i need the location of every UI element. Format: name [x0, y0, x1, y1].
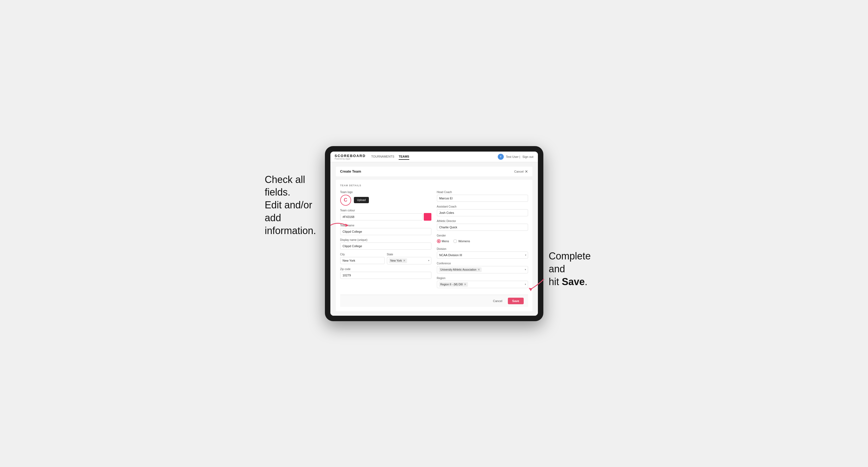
head-coach-input[interactable]	[437, 195, 528, 202]
display-name-group: Display name (unique)	[340, 239, 431, 250]
arrow-right	[525, 276, 547, 294]
color-swatch[interactable]	[424, 213, 431, 221]
gender-mens-option[interactable]: Mens	[437, 239, 449, 243]
region-select[interactable]: Region II - (M) DIII ✕ ▾	[437, 281, 528, 288]
annotation-left-line3: information.	[265, 225, 316, 236]
logo-upload-area: C Upload	[340, 195, 431, 206]
section-title: TEAM DETAILS	[340, 184, 528, 187]
state-subgroup: State New York ✕ ▾	[387, 253, 431, 264]
conference-label: Conference	[437, 262, 528, 265]
city-state-row: City State New York ✕	[340, 253, 431, 264]
cancel-top-label: Cancel	[514, 170, 523, 173]
region-label: Region	[437, 277, 528, 280]
gender-mens-label: Mens	[442, 240, 449, 243]
division-select-wrapper: NCAA Division III ▾	[437, 251, 528, 259]
athletic-director-input[interactable]	[437, 224, 528, 231]
conference-tag-remove[interactable]: ✕	[477, 268, 480, 272]
head-coach-group: Head Coach	[437, 191, 528, 202]
state-tag-label: New York	[391, 259, 402, 262]
tablet-screen: SCOREBOARD Powered by clippd TOURNAMENTS…	[330, 152, 538, 316]
annotation-left-line2: Edit and/or add	[265, 199, 312, 223]
state-tag-remove[interactable]: ✕	[403, 259, 405, 262]
right-column: Head Coach Assistant Coach Athletic Dire…	[437, 191, 528, 291]
logo-letter: C	[344, 197, 347, 203]
city-input[interactable]	[340, 257, 385, 264]
city-state-group: City State New York ✕	[340, 253, 431, 264]
tablet-frame: SCOREBOARD Powered by clippd TOURNAMENTS…	[325, 146, 544, 321]
assistant-coach-input[interactable]	[437, 209, 528, 216]
form-columns: Team logo C Upload Team colo	[340, 191, 528, 291]
team-colour-label: Team colour	[340, 209, 431, 212]
display-name-label: Display name (unique)	[340, 239, 431, 242]
logo-main: SCOREBOARD	[335, 154, 366, 158]
gender-group: Gender Mens Womens	[437, 234, 528, 244]
state-label: State	[387, 253, 431, 256]
nav-link-tournaments[interactable]: TOURNAMENTS	[371, 154, 394, 160]
team-colour-group: Team colour	[340, 209, 431, 221]
display-name-input[interactable]	[340, 243, 431, 250]
zip-label: Zip code	[340, 268, 431, 271]
region-tag-remove[interactable]: ✕	[464, 283, 466, 286]
assistant-coach-label: Assistant Coach	[437, 205, 528, 208]
region-tag: Region II - (M) DIII ✕	[439, 282, 468, 287]
annotation-left: Check all fields. Edit and/or add inform…	[265, 174, 325, 237]
logo-sub: Powered by clippd	[335, 158, 366, 160]
division-group: Division NCAA Division III ▾	[437, 247, 528, 259]
assistant-coach-group: Assistant Coach	[437, 205, 528, 216]
sign-out-link[interactable]: Sign out	[522, 155, 533, 158]
zip-group: Zip code	[340, 268, 431, 279]
conference-group: Conference University Athletic Associati…	[437, 262, 528, 273]
head-coach-label: Head Coach	[437, 191, 528, 194]
city-subgroup: City	[340, 253, 385, 264]
form-card: TEAM DETAILS Team logo C	[336, 180, 532, 311]
arrow-left	[329, 220, 351, 232]
nav-link-teams[interactable]: TEAMS	[399, 154, 409, 160]
conference-tag-label: University Athletic Association	[440, 268, 476, 271]
region-tag-label: Region II - (M) DIII	[440, 283, 463, 286]
conference-select[interactable]: University Athletic Association ✕ ▾	[437, 266, 528, 273]
cancel-button[interactable]: Cancel	[490, 298, 506, 304]
conference-chevron-icon: ▾	[525, 268, 526, 271]
main-content: Create Team Cancel ✕ TEAM DETAILS	[330, 162, 538, 316]
cancel-top-button[interactable]: Cancel ✕	[514, 169, 528, 174]
svg-marker-1	[529, 288, 532, 291]
gender-womens-radio[interactable]	[453, 239, 457, 243]
page-header: Create Team Cancel ✕	[336, 166, 532, 177]
gender-womens-label: Womens	[458, 240, 470, 243]
zip-input[interactable]	[340, 272, 431, 279]
team-colour-input[interactable]	[340, 213, 423, 220]
gender-mens-radio[interactable]	[437, 239, 441, 243]
nav-right: T Test User | Sign out	[498, 154, 533, 160]
annotation-right-line1: Complete and	[549, 250, 591, 275]
svg-marker-0	[345, 224, 349, 227]
annotation-right-line2-pre: hit	[549, 276, 562, 287]
gender-womens-option[interactable]: Womens	[453, 239, 470, 243]
user-label: Test User |	[506, 155, 520, 158]
logo-circle: C	[340, 195, 351, 206]
color-input-row	[340, 213, 431, 221]
team-name-input[interactable]	[340, 228, 431, 235]
team-name-group: Team name	[340, 224, 431, 235]
annotation-right: Complete and hit Save.	[549, 250, 603, 288]
user-avatar: T	[498, 154, 504, 160]
save-button[interactable]: Save	[508, 298, 524, 304]
division-select[interactable]: NCAA Division III	[437, 251, 528, 259]
left-column: Team logo C Upload Team colo	[340, 191, 431, 291]
state-chevron-icon: ▾	[428, 259, 430, 262]
division-label: Division	[437, 247, 528, 250]
logo-area: SCOREBOARD Powered by clippd	[335, 154, 366, 160]
page-title: Create Team	[340, 169, 361, 174]
nav-links: TOURNAMENTS TEAMS	[371, 154, 409, 160]
team-logo-group: Team logo C Upload	[340, 191, 431, 206]
top-nav: SCOREBOARD Powered by clippd TOURNAMENTS…	[330, 152, 538, 162]
athletic-director-group: Athletic Director	[437, 220, 528, 231]
conference-tag: University Athletic Association ✕	[439, 268, 482, 272]
annotation-right-period: .	[585, 276, 588, 287]
upload-button[interactable]: Upload	[354, 197, 369, 203]
nav-left: SCOREBOARD Powered by clippd TOURNAMENTS…	[335, 154, 409, 160]
team-logo-label: Team logo	[340, 191, 431, 194]
state-tag: New York ✕	[389, 258, 407, 263]
page-wrapper: Check all fields. Edit and/or add inform…	[270, 146, 598, 321]
close-icon[interactable]: ✕	[525, 169, 528, 174]
state-select[interactable]: New York ✕ ▾	[387, 257, 431, 264]
